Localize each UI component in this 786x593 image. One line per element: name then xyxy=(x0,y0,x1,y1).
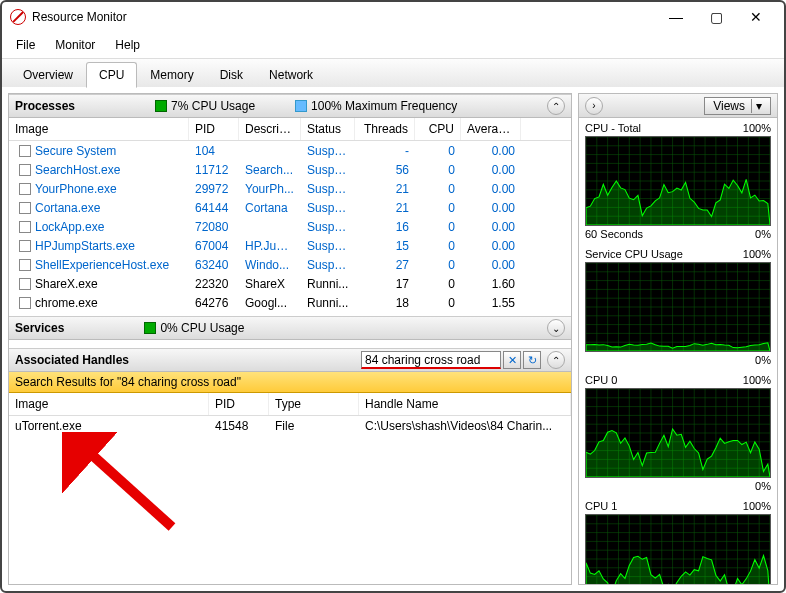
process-row[interactable]: Cortana.exe64144CortanaSuspe...2100.00 xyxy=(9,198,571,217)
process-pid: 64276 xyxy=(189,296,239,310)
process-avg: 1.60 xyxy=(461,277,521,291)
process-status: Suspe... xyxy=(301,182,355,196)
process-row[interactable]: YourPhone.exe29972YourPh...Suspe...2100.… xyxy=(9,179,571,198)
graph-block: CPU 0100%0% xyxy=(579,370,777,496)
process-image: YourPhone.exe xyxy=(35,182,117,196)
col-image[interactable]: Image xyxy=(9,118,189,140)
process-row[interactable]: LockApp.exe72080Suspe...1600.00 xyxy=(9,217,571,236)
row-checkbox[interactable] xyxy=(19,183,31,195)
row-checkbox[interactable] xyxy=(19,297,31,309)
row-checkbox[interactable] xyxy=(19,278,31,290)
graph-bottom-right: 0% xyxy=(755,228,771,240)
row-checkbox[interactable] xyxy=(19,221,31,233)
col-status[interactable]: Status xyxy=(301,118,355,140)
row-checkbox[interactable] xyxy=(19,202,31,214)
row-checkbox[interactable] xyxy=(19,145,31,157)
process-cpu: 0 xyxy=(415,163,461,177)
process-pid: 67004 xyxy=(189,239,239,253)
graph-block: CPU - Total100%60 Seconds0% xyxy=(579,118,777,244)
process-row[interactable]: Secure System104Suspe...-00.00 xyxy=(9,141,571,160)
app-icon xyxy=(10,9,26,25)
cpu-usage-swatch xyxy=(155,100,167,112)
tab-cpu[interactable]: CPU xyxy=(86,62,137,88)
menu-help[interactable]: Help xyxy=(111,36,144,54)
graph-canvas xyxy=(585,262,771,352)
col-threads[interactable]: Threads xyxy=(355,118,415,140)
hcol-name[interactable]: Handle Name xyxy=(359,393,571,415)
handle-image: uTorrent.exe xyxy=(9,419,209,433)
hcol-image[interactable]: Image xyxy=(9,393,209,415)
minimize-button[interactable]: — xyxy=(656,3,696,31)
graph-block: Service CPU Usage100%0% xyxy=(579,244,777,370)
graph-title: CPU 1 xyxy=(585,500,617,512)
process-row[interactable]: ShellExperienceHost.exe63240Windo...Susp… xyxy=(9,255,571,274)
menu-monitor[interactable]: Monitor xyxy=(51,36,99,54)
col-cpu[interactable]: CPU xyxy=(415,118,461,140)
process-row[interactable]: HPJumpStarts.exe67004HP.Jum...Suspe...15… xyxy=(9,236,571,255)
process-cpu: 0 xyxy=(415,258,461,272)
collapse-right-icon[interactable]: › xyxy=(585,97,603,115)
tab-memory[interactable]: Memory xyxy=(137,62,206,87)
collapse-handles-icon[interactable]: ⌃ xyxy=(547,351,565,369)
row-checkbox[interactable] xyxy=(19,164,31,176)
process-row[interactable]: chrome.exe64276Googl...Runni...1801.55 xyxy=(9,293,571,312)
clear-search-icon[interactable]: ✕ xyxy=(503,351,521,369)
graph-title: CPU - Total xyxy=(585,122,641,134)
hcol-type[interactable]: Type xyxy=(269,393,359,415)
search-results-bar: Search Results for "84 charing cross roa… xyxy=(9,372,571,393)
handles-header[interactable]: Associated Handles ✕ ↻ ⌃ xyxy=(9,348,571,372)
process-desc: HP.Jum... xyxy=(239,239,301,253)
processes-header[interactable]: Processes 7% CPU Usage 100% Maximum Freq… xyxy=(9,94,571,118)
col-desc[interactable]: Descrip... xyxy=(239,118,301,140)
process-row[interactable]: ShareX.exe22320ShareXRunni...1701.60 xyxy=(9,274,571,293)
row-checkbox[interactable] xyxy=(19,259,31,271)
hcol-pid[interactable]: PID xyxy=(209,393,269,415)
process-row[interactable]: SearchHost.exe11712Search...Suspe...5600… xyxy=(9,160,571,179)
views-button[interactable]: Views▾ xyxy=(704,97,771,115)
collapse-processes-icon[interactable]: ⌃ xyxy=(547,97,565,115)
tab-network[interactable]: Network xyxy=(256,62,326,87)
left-pane: Processes 7% CPU Usage 100% Maximum Freq… xyxy=(8,93,572,585)
process-pid: 72080 xyxy=(189,220,239,234)
process-desc: Windo... xyxy=(239,258,301,272)
process-image: LockApp.exe xyxy=(35,220,104,234)
close-button[interactable]: ✕ xyxy=(736,3,776,31)
maximize-button[interactable]: ▢ xyxy=(696,3,736,31)
handles-title: Associated Handles xyxy=(15,353,129,367)
process-avg: 0.00 xyxy=(461,163,521,177)
handles-search-input[interactable] xyxy=(361,351,501,369)
process-threads: 17 xyxy=(355,277,415,291)
col-pid[interactable]: PID xyxy=(189,118,239,140)
process-image: ShareX.exe xyxy=(35,277,98,291)
process-threads: 15 xyxy=(355,239,415,253)
expand-services-icon[interactable]: ⌄ xyxy=(547,319,565,337)
handles-table[interactable]: uTorrent.exe41548FileC:\Users\shash\Vide… xyxy=(9,416,571,584)
graphs-container[interactable]: CPU - Total100%60 Seconds0%Service CPU U… xyxy=(579,118,777,584)
dropdown-icon: ▾ xyxy=(751,99,762,113)
process-image: ShellExperienceHost.exe xyxy=(35,258,169,272)
process-image: Secure System xyxy=(35,144,116,158)
handle-row[interactable]: uTorrent.exe41548FileC:\Users\shash\Vide… xyxy=(9,416,571,435)
process-desc: Cortana xyxy=(239,201,301,215)
processes-table[interactable]: Secure System104Suspe...-00.00SearchHost… xyxy=(9,141,571,316)
process-desc: YourPh... xyxy=(239,182,301,196)
services-header[interactable]: Services 0% CPU Usage ⌄ xyxy=(9,316,571,340)
col-avg[interactable]: Averag... xyxy=(461,118,521,140)
graph-max: 100% xyxy=(743,248,771,260)
max-freq-text: 100% Maximum Frequency xyxy=(311,99,457,113)
right-pane: › Views▾ CPU - Total100%60 Seconds0%Serv… xyxy=(578,93,778,585)
titlebar: Resource Monitor — ▢ ✕ xyxy=(2,2,784,32)
graph-block: CPU 1100% xyxy=(579,496,777,584)
tab-bar: Overview CPU Memory Disk Network xyxy=(2,59,784,87)
process-threads: 27 xyxy=(355,258,415,272)
row-checkbox[interactable] xyxy=(19,240,31,252)
process-desc: Search... xyxy=(239,163,301,177)
graph-title: Service CPU Usage xyxy=(585,248,683,260)
menu-file[interactable]: File xyxy=(12,36,39,54)
process-cpu: 0 xyxy=(415,296,461,310)
process-avg: 0.00 xyxy=(461,220,521,234)
refresh-search-icon[interactable]: ↻ xyxy=(523,351,541,369)
right-pane-header: › Views▾ xyxy=(579,94,777,118)
tab-disk[interactable]: Disk xyxy=(207,62,256,87)
tab-overview[interactable]: Overview xyxy=(10,62,86,87)
